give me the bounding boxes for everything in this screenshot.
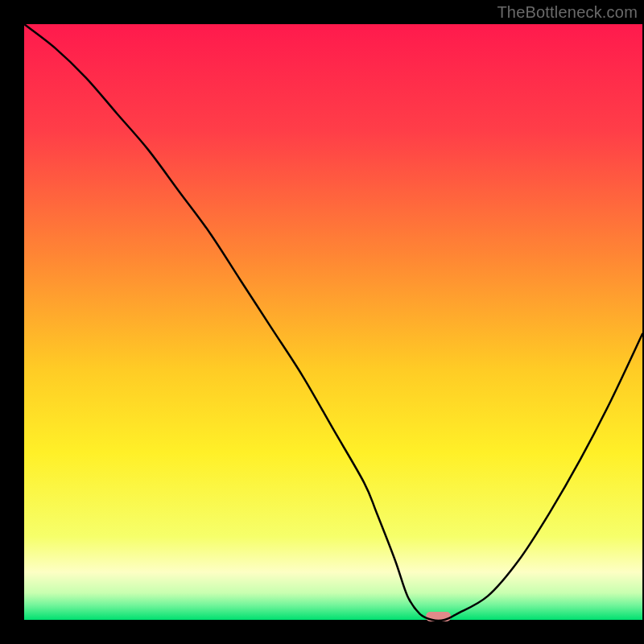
chart-container: TheBottleneck.com <box>0 0 644 644</box>
watermark-label: TheBottleneck.com <box>497 3 638 22</box>
bottleneck-curve-chart <box>0 0 644 644</box>
